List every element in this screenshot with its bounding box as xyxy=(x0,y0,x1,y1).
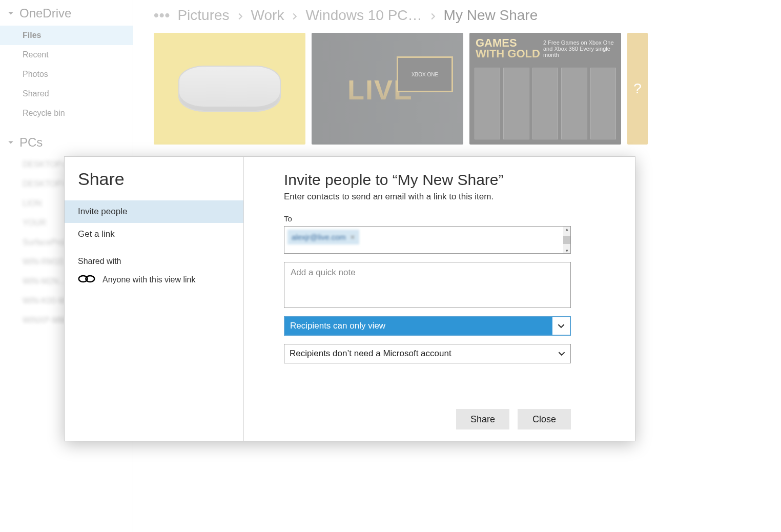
share-dialog-body: Invite people to “My New Share” Enter co… xyxy=(244,157,635,441)
recipient-chip-text: alexjr@live.com xyxy=(292,233,346,241)
share-nav-invite-people[interactable]: Invite people xyxy=(65,200,243,223)
scroll-thumb[interactable] xyxy=(563,236,570,244)
chevron-down-icon xyxy=(552,317,570,335)
permission-select-value: Recipients can only view xyxy=(285,317,552,335)
to-field-label: To xyxy=(284,214,595,223)
scroll-up-icon[interactable]: ▴ xyxy=(566,227,568,232)
recipient-chip[interactable]: alexjr@live.com ✕ xyxy=(287,230,359,244)
permission-select[interactable]: Recipients can only view xyxy=(284,316,571,336)
recipients-input[interactable]: alexjr@live.com ✕ ▴ ▾ xyxy=(284,226,571,254)
close-button[interactable]: Close xyxy=(518,409,571,429)
message-input[interactable] xyxy=(284,262,571,308)
scroll-down-icon[interactable]: ▾ xyxy=(566,248,568,253)
shared-with-row[interactable]: Anyone with this view link xyxy=(65,271,243,289)
link-icon xyxy=(78,274,95,285)
share-nav-get-link[interactable]: Get a link xyxy=(65,223,243,245)
share-dialog: Share Invite people Get a link Shared wi… xyxy=(64,156,635,441)
share-dialog-nav: Share Invite people Get a link Shared wi… xyxy=(65,157,244,441)
dialog-button-row: Share Close xyxy=(284,383,571,429)
shared-with-label: Anyone with this view link xyxy=(102,275,195,284)
account-select[interactable]: Recipients don’t need a Microsoft accoun… xyxy=(284,344,571,363)
shared-with-header: Shared with xyxy=(65,245,243,271)
remove-recipient-icon[interactable]: ✕ xyxy=(350,234,355,241)
account-select-value: Recipients don’t need a Microsoft accoun… xyxy=(284,344,553,363)
recipients-scrollbar[interactable]: ▴ ▾ xyxy=(563,227,570,253)
chevron-down-icon xyxy=(553,344,570,363)
share-dialog-subheading: Enter contacts to send an email with a l… xyxy=(284,192,595,202)
share-button[interactable]: Share xyxy=(456,409,509,429)
share-dialog-title: Share xyxy=(65,169,243,200)
share-dialog-heading: Invite people to “My New Share” xyxy=(284,171,595,189)
